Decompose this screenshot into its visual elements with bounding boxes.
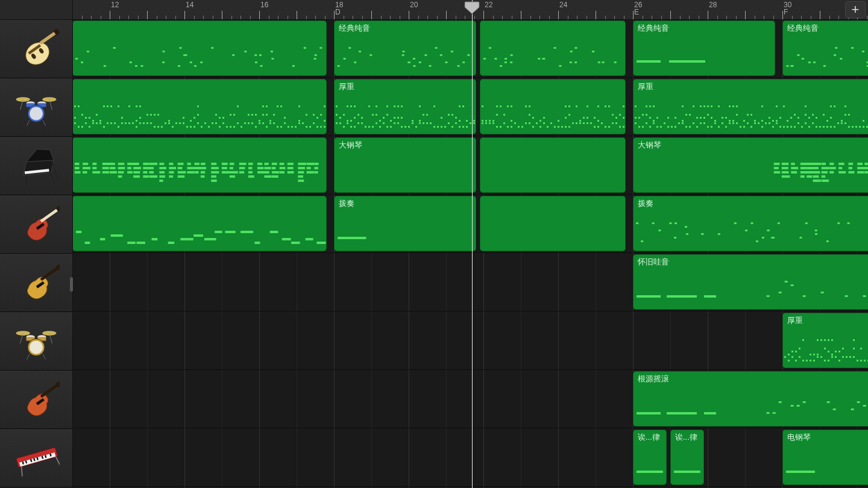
svg-rect-829 xyxy=(767,412,770,414)
svg-rect-154 xyxy=(85,122,87,124)
svg-rect-302 xyxy=(379,120,381,122)
svg-rect-238 xyxy=(262,122,264,124)
svg-rect-284 xyxy=(350,120,352,122)
midi-region[interactable]: 诶...律 xyxy=(633,430,667,485)
svg-rect-608 xyxy=(169,163,173,165)
playhead[interactable] xyxy=(464,1,480,14)
midi-region[interactable]: 厚重 xyxy=(782,313,868,368)
svg-rect-594 xyxy=(133,175,140,178)
track-row[interactable]: 经典纯音经典纯音经典纯音 xyxy=(72,19,868,78)
track-header-2[interactable] xyxy=(0,137,72,195)
svg-rect-176 xyxy=(128,122,130,124)
midi-region[interactable] xyxy=(480,79,626,134)
midi-region[interactable] xyxy=(72,137,327,193)
vertical-scrollbar[interactable] xyxy=(70,277,73,292)
svg-rect-623 xyxy=(201,167,206,169)
midi-region[interactable]: 拨奏 xyxy=(633,196,868,251)
track-row[interactable]: 诶...律诶...律电钢琴 xyxy=(72,428,868,487)
svg-rect-798 xyxy=(820,339,822,341)
svg-rect-181 xyxy=(136,105,137,107)
svg-rect-590 xyxy=(127,171,133,174)
track-row[interactable]: 怀旧哇音 xyxy=(72,253,868,311)
svg-rect-617 xyxy=(187,167,194,169)
midi-region[interactable] xyxy=(72,79,327,134)
svg-rect-772 xyxy=(791,284,794,286)
midi-region[interactable]: 厚重 xyxy=(633,79,868,134)
track-row[interactable]: 根源摇滚 xyxy=(72,370,868,428)
svg-rect-637 xyxy=(230,175,235,178)
svg-rect-55 xyxy=(75,58,78,60)
svg-rect-190 xyxy=(154,126,156,128)
svg-rect-339 xyxy=(448,114,450,116)
svg-rect-489 xyxy=(729,122,731,124)
svg-rect-165 xyxy=(103,105,105,107)
track-header-3[interactable] xyxy=(0,195,72,254)
track-row[interactable]: 厚重厚重 xyxy=(72,78,868,136)
svg-rect-120 xyxy=(553,47,556,49)
midi-region[interactable] xyxy=(72,196,327,251)
add-track-button[interactable]: + xyxy=(845,1,866,18)
midi-region[interactable]: 经典纯音 xyxy=(334,20,476,76)
tracks-area[interactable]: 经典纯音经典纯音经典纯音厚重厚重大钢琴大钢琴拨奏拨奏怀旧哇音厚重根源摇滚诶...… xyxy=(72,19,868,488)
track-row[interactable]: 拨奏拨奏 xyxy=(72,195,868,253)
track-header-6[interactable] xyxy=(0,371,72,429)
midi-region[interactable]: 经典纯音 xyxy=(782,20,868,76)
svg-rect-496 xyxy=(736,114,738,116)
svg-rect-331 xyxy=(430,122,432,124)
midi-region[interactable] xyxy=(72,20,327,76)
svg-point-28 xyxy=(16,331,30,336)
midi-region[interactable] xyxy=(480,20,626,76)
svg-rect-56 xyxy=(81,61,83,63)
svg-rect-491 xyxy=(729,105,731,107)
midi-region[interactable]: 大钢琴 xyxy=(334,137,476,193)
svg-rect-469 xyxy=(700,122,702,124)
svg-rect-598 xyxy=(143,175,148,178)
svg-rect-773 xyxy=(803,295,806,297)
svg-rect-655 xyxy=(272,175,278,178)
track-header-4[interactable] xyxy=(0,254,72,312)
svg-rect-468 xyxy=(696,117,698,119)
svg-rect-519 xyxy=(779,126,781,128)
svg-rect-337 xyxy=(444,126,446,128)
svg-rect-218 xyxy=(219,117,221,119)
svg-rect-701 xyxy=(829,163,834,165)
midi-region[interactable]: 经典纯音 xyxy=(633,20,775,76)
track-row[interactable]: 大钢琴大钢琴 xyxy=(72,136,868,195)
svg-rect-626 xyxy=(211,163,216,165)
svg-rect-445 xyxy=(653,122,655,124)
svg-point-30 xyxy=(42,331,56,336)
midi-region[interactable]: 根源摇滚 xyxy=(633,371,868,427)
svg-rect-300 xyxy=(376,105,377,107)
svg-rect-657 xyxy=(280,167,286,169)
track-row[interactable]: 厚重 xyxy=(72,311,868,370)
svg-rect-269 xyxy=(320,114,322,116)
svg-rect-794 xyxy=(817,356,819,358)
track-header-5[interactable] xyxy=(0,312,72,371)
svg-rect-792 xyxy=(813,360,815,361)
svg-line-17 xyxy=(43,120,46,125)
midi-region[interactable]: 电钢琴 xyxy=(782,430,868,485)
ruler-tick-label: 12 xyxy=(111,1,119,8)
midi-region[interactable]: 拨奏 xyxy=(334,196,476,251)
svg-rect-372 xyxy=(511,126,512,128)
midi-region[interactable] xyxy=(480,137,626,193)
track-header-1[interactable] xyxy=(0,78,72,137)
midi-region[interactable]: 诶...律 xyxy=(670,430,704,485)
midi-region[interactable]: 大钢琴 xyxy=(633,137,868,193)
svg-rect-184 xyxy=(139,105,141,107)
midi-region[interactable]: 厚重 xyxy=(334,79,476,134)
svg-rect-726 xyxy=(204,238,216,240)
midi-region[interactable] xyxy=(480,196,626,251)
svg-rect-481 xyxy=(714,122,716,124)
svg-rect-723 xyxy=(168,242,174,244)
svg-rect-350 xyxy=(466,120,468,122)
track-header-0[interactable] xyxy=(0,20,72,78)
svg-point-15 xyxy=(30,107,43,120)
midi-region[interactable]: 怀旧哇音 xyxy=(633,254,868,310)
svg-rect-108 xyxy=(467,54,470,56)
svg-rect-682 xyxy=(791,171,797,174)
svg-rect-638 xyxy=(239,163,247,165)
track-header-7[interactable] xyxy=(0,429,72,487)
svg-rect-232 xyxy=(251,122,253,124)
svg-rect-254 xyxy=(288,126,289,128)
